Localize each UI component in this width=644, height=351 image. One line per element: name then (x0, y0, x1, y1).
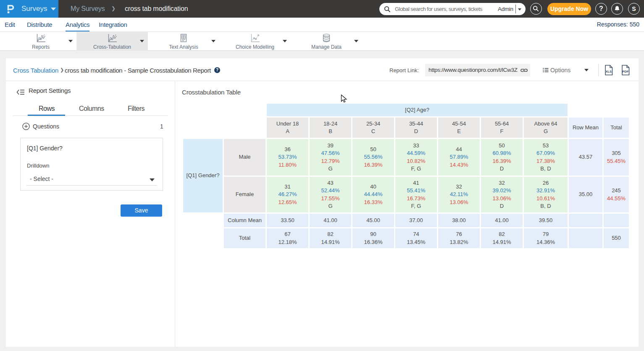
svg-text:XLS: XLS (606, 70, 612, 73)
svg-text:PDF: PDF (622, 70, 628, 73)
